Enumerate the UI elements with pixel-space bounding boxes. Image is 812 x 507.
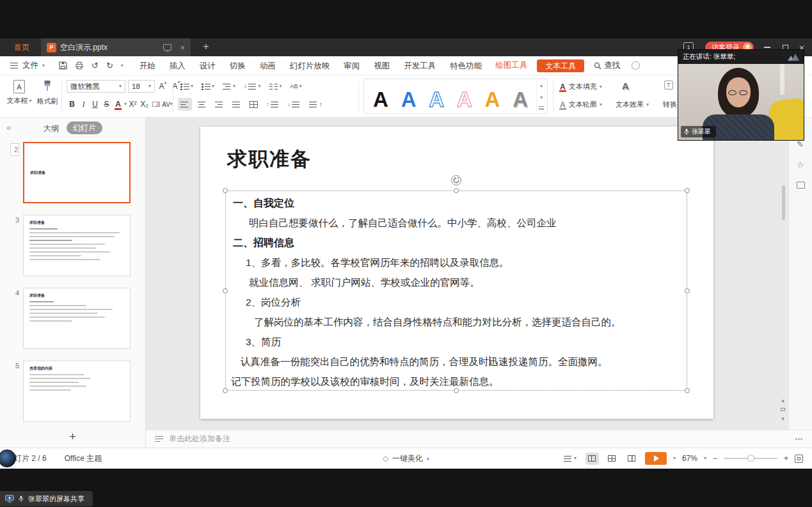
chevron-down-icon[interactable]: ▾	[121, 63, 123, 68]
tab-home[interactable]: 首页	[4, 38, 40, 56]
text-outline-button[interactable]: A 文本轮廓 ▾	[559, 100, 602, 109]
content-textbox-selected[interactable]: 一、自我定位 明白自己想要做什么，了解自己适合做什么。中小学、高校、公司企业 二…	[225, 191, 687, 391]
favorites-star-icon[interactable]: ☆	[797, 160, 804, 169]
close-tab-icon[interactable]: ×	[180, 43, 185, 52]
line-spacing-button[interactable]: ↕▾	[241, 80, 264, 93]
ribbon-tab-animation[interactable]: 动画	[253, 56, 283, 75]
print-icon[interactable]	[75, 61, 84, 70]
ribbon-tab-review[interactable]: 审阅	[337, 56, 367, 75]
ribbon-tab-design[interactable]: 设计	[193, 56, 223, 75]
zoom-slider-thumb[interactable]	[747, 455, 754, 462]
strikethrough-button[interactable]: S	[101, 98, 112, 111]
resize-handle-top-left[interactable]	[223, 188, 228, 193]
zoom-slider[interactable]	[724, 458, 777, 459]
edit-pen-icon[interactable]: ✎	[797, 139, 804, 149]
bold-button[interactable]: B	[67, 98, 77, 111]
align-right-button[interactable]	[212, 98, 227, 111]
indent-button[interactable]: ▾	[220, 80, 238, 93]
tab-document[interactable]: P 空白演示.pptx ×	[41, 38, 191, 56]
save-icon[interactable]	[59, 61, 67, 70]
slide-thumbnail-4[interactable]: 求职准备	[23, 288, 131, 349]
wordart-style-5[interactable]: A	[485, 89, 500, 110]
rotate-handle[interactable]	[451, 175, 461, 185]
slide-title-textbox[interactable]: 求职准备	[227, 146, 312, 173]
convert-button[interactable]: 转换	[663, 100, 677, 109]
redo-icon[interactable]: ↻	[106, 61, 113, 70]
wordart-style-1[interactable]: A	[373, 89, 388, 110]
file-menu-button[interactable]: 文件 ▾	[0, 60, 51, 71]
insert-textbox-button[interactable]: 文本框▾	[5, 80, 33, 105]
gallery-up-icon[interactable]: ▴	[540, 82, 543, 88]
frame-panel-icon[interactable]	[797, 182, 805, 189]
ribbon-tab-devtools[interactable]: 开发工具	[397, 56, 443, 75]
wordart-gallery[interactable]: A A A A A A ▴ ▾	[363, 79, 548, 114]
wordart-style-3[interactable]: A	[429, 89, 444, 110]
slide-thumbnail-3[interactable]: 求职准备	[23, 215, 131, 276]
slide-sorter-view-button[interactable]	[605, 453, 619, 465]
ribbon-tab-text-tools[interactable]: 文本工具	[537, 59, 584, 72]
zoom-in-button[interactable]: +	[784, 454, 788, 463]
chevron-down-icon[interactable]: ▾	[673, 456, 676, 461]
previous-slide-icon[interactable]: ▴	[781, 397, 784, 403]
italic-button[interactable]: I	[78, 98, 89, 111]
ribbon-tab-insert[interactable]: 插入	[163, 56, 193, 75]
notes-toggle-button[interactable]: ▾	[561, 452, 579, 465]
collapse-panel-icon[interactable]: «	[6, 123, 11, 132]
ribbon-tab-start[interactable]: 开始	[132, 56, 163, 75]
text-fill-button[interactable]: A 文本填充 ▾	[559, 82, 602, 91]
ribbon-tab-view[interactable]: 视图	[367, 56, 397, 75]
webcam-overlay-panel[interactable]: 正在讲话: 张翠翠; 张翠翠	[678, 50, 804, 140]
assistant-icon[interactable]	[632, 61, 640, 70]
resize-handle-top-middle[interactable]	[454, 188, 459, 193]
add-slide-button[interactable]: +	[0, 430, 145, 444]
screen-share-badge[interactable]: 张翠翠的屏幕共享	[0, 491, 93, 506]
next-slide-icon[interactable]: ▾	[781, 416, 784, 422]
underline-button[interactable]: U	[90, 98, 100, 111]
text-effects-button[interactable]: 文本效果 ▾	[616, 100, 649, 109]
gallery-down-icon[interactable]: ▾	[540, 95, 543, 100]
undo-icon[interactable]: ↺	[92, 61, 99, 70]
ribbon-tab-transition[interactable]: 切换	[223, 56, 253, 75]
normal-view-button[interactable]	[585, 453, 599, 465]
zoom-level[interactable]: 67%	[682, 454, 697, 463]
clear-format-button[interactable]	[150, 98, 161, 111]
gallery-more-icon[interactable]	[539, 106, 544, 110]
font-size-select[interactable]: 18 ▾	[128, 80, 155, 93]
notes-placeholder[interactable]: 单击此处添加备注	[169, 433, 230, 444]
align-center-button[interactable]	[195, 98, 209, 111]
font-color-button[interactable]: A	[113, 98, 123, 111]
chevron-down-icon[interactable]: ▾	[704, 456, 706, 461]
wordart-style-4[interactable]: A	[457, 89, 472, 110]
format-painter-button[interactable]: 格式刷	[33, 80, 61, 106]
ribbon-tab-slideshow[interactable]: 幻灯片放映	[283, 56, 337, 75]
numbered-list-button[interactable]: ▾	[199, 80, 217, 93]
slide-canvas[interactable]: 求职准备 一、自我定位 明白自己想要做什么，了解自己适合做什么	[146, 118, 788, 430]
font-name-select[interactable]: 微软雅黑 ▾	[67, 80, 125, 93]
find-button[interactable]: 查找	[594, 60, 620, 71]
justify-button[interactable]	[230, 98, 244, 111]
superscript-button[interactable]: X²	[127, 98, 138, 111]
columns-button[interactable]: ▾	[267, 80, 285, 93]
paragraph-spacing-button[interactable]: ↕	[306, 98, 325, 111]
wordart-style-6[interactable]: A	[513, 89, 528, 110]
char-spacing-button[interactable]: AV▾	[162, 98, 173, 111]
wordart-style-2[interactable]: A	[401, 89, 417, 110]
grow-font-button[interactable]: A▴	[157, 80, 168, 93]
slide-nav-page-icon[interactable]	[781, 408, 785, 411]
reading-view-button[interactable]	[625, 453, 639, 465]
text-direction-button[interactable]: AB▾	[288, 80, 305, 93]
bullet-list-button[interactable]: ▾	[178, 80, 196, 93]
beautify-button[interactable]: ◇ 一键美化 ▴	[383, 453, 429, 464]
present-screen-icon[interactable]	[163, 44, 171, 51]
distribute-button[interactable]	[247, 98, 260, 111]
ribbon-tab-features[interactable]: 特色功能	[443, 56, 489, 75]
notes-bar[interactable]: 单击此处添加备注 •••	[146, 430, 812, 448]
resize-handle-top-right[interactable]	[685, 188, 690, 193]
new-tab-button[interactable]: +	[197, 38, 215, 56]
space-after-button[interactable]: ↓	[285, 98, 304, 111]
slide-2[interactable]: 求职准备 一、自我定位 明白自己想要做什么，了解自己适合做什么	[200, 127, 713, 419]
meeting-floating-button[interactable]	[0, 449, 16, 467]
theme-name[interactable]: Office 主题	[65, 453, 102, 464]
zoom-out-button[interactable]: −	[713, 454, 717, 463]
slide-thumbnail-5[interactable]: 自荐信的内容	[23, 361, 131, 422]
